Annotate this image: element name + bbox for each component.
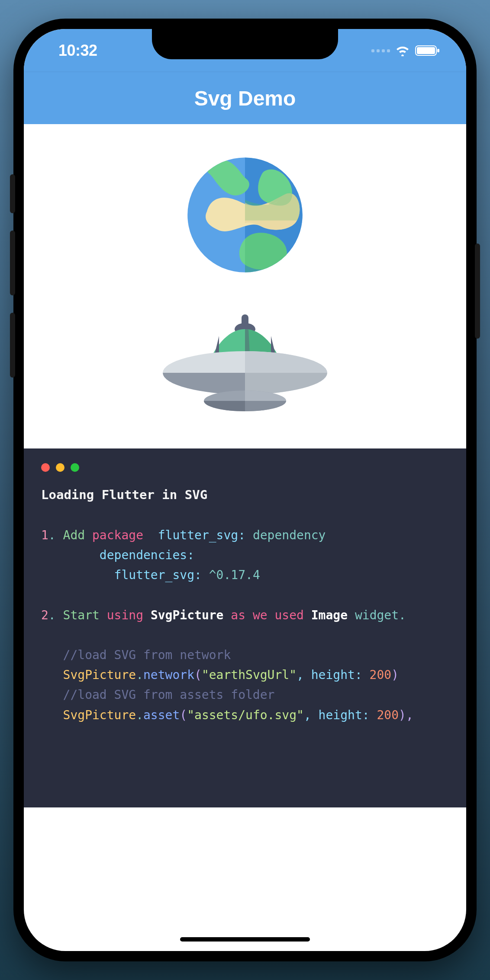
code-title: Loading Flutter in SVG [41, 485, 449, 506]
code-line-5: SvgPicture.network("earthSvgUrl", height… [41, 665, 449, 685]
code-line-4: 2. Start using SvgPicture as we used Ima… [41, 605, 449, 625]
app-bar: Svg Demo [24, 72, 466, 124]
code-line-2: dependencies: [41, 545, 449, 565]
cell-dots-icon [371, 49, 390, 52]
notch [152, 29, 338, 59]
app-title: Svg Demo [194, 86, 296, 110]
code-line-1: 1. Add package flutter_svg: dependency [41, 525, 449, 545]
content[interactable]: Loading Flutter in SVG 1. Add package fl… [24, 124, 466, 807]
status-right [371, 45, 440, 56]
side-button [10, 313, 15, 378]
zoom-icon[interactable] [71, 463, 79, 472]
screen: 10:32 Svg Demo [24, 29, 466, 951]
code-comment-1: //load SVG from network [41, 645, 449, 665]
blank-line [41, 625, 449, 645]
earth-icon [176, 146, 314, 284]
svg-rect-2 [437, 49, 439, 52]
side-button [475, 243, 480, 339]
code-comment-2: //load SVG from assets folder [41, 685, 449, 705]
side-button [10, 231, 15, 295]
ufo-image [24, 293, 466, 448]
window-traffic-lights [41, 463, 449, 472]
battery-icon [415, 45, 440, 56]
ufo-icon [154, 310, 336, 423]
close-icon[interactable] [41, 463, 50, 472]
home-indicator[interactable] [180, 937, 310, 942]
code-line-3: flutter_svg: ^0.17.4 [41, 565, 449, 585]
code-line-6: SvgPicture.asset("assets/ufo.svg", heigh… [41, 705, 449, 725]
svg-rect-1 [417, 47, 435, 54]
phone-frame: 10:32 Svg Demo [13, 19, 477, 961]
blank-line [41, 585, 449, 605]
minimize-icon[interactable] [56, 463, 64, 472]
status-time: 10:32 [58, 42, 97, 60]
side-button [10, 174, 15, 213]
wifi-icon [395, 45, 410, 56]
code-panel[interactable]: Loading Flutter in SVG 1. Add package fl… [24, 448, 466, 807]
earth-image [24, 124, 466, 293]
